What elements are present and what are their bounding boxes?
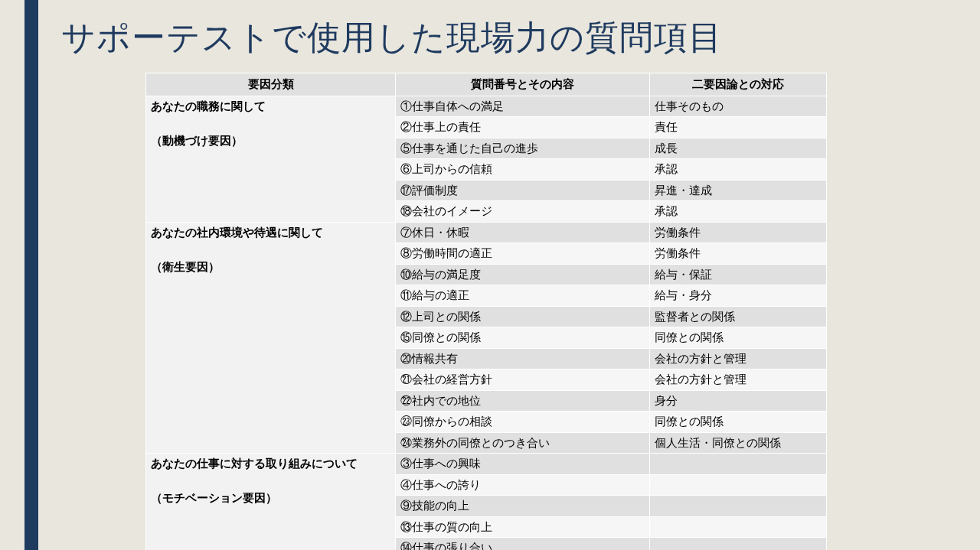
correspondence-cell: 同僚との関係 xyxy=(649,412,826,433)
question-cell: ㉒社内での地位 xyxy=(396,390,649,412)
question-cell: ⑬仕事の質の向上 xyxy=(396,516,649,538)
category-line1: あなたの仕事に対する取り組みについて xyxy=(151,455,390,473)
correspondence-cell xyxy=(649,454,826,475)
correspondence-cell: 承認 xyxy=(649,159,826,181)
question-cell: ㉔業務外の同僚とのつき合い xyxy=(396,432,649,454)
category-line1: あなたの社内環境や待遇に関して xyxy=(151,224,390,242)
table-header-row: 要因分類 質問番号とその内容 二要因論との対応 xyxy=(146,73,827,96)
table-row: あなたの社内環境や待遇に関して （衛生要因）⑦休日・休暇労働条件 xyxy=(146,222,827,243)
question-cell: ①仕事自体への満足 xyxy=(396,96,649,117)
question-cell: ⑫上司との関係 xyxy=(396,306,649,327)
category-spacer xyxy=(151,115,390,132)
correspondence-cell xyxy=(649,516,826,538)
correspondence-cell: 会社の方針と管理 xyxy=(649,348,826,369)
question-cell: ⑥上司からの信頼 xyxy=(396,159,649,181)
correspondence-cell xyxy=(649,538,826,551)
correspondence-cell: 労働条件 xyxy=(649,243,826,265)
correspondence-cell: 給与・保証 xyxy=(649,264,826,285)
question-cell: ㉓同僚からの相談 xyxy=(396,412,649,433)
question-cell: ⑨技能の向上 xyxy=(396,496,649,517)
correspondence-cell: 同僚との関係 xyxy=(649,327,826,349)
category-line2: （衛生要因） xyxy=(151,259,390,276)
table-row: あなたの職務に関して （動機づけ要因）①仕事自体への満足仕事そのもの xyxy=(146,96,827,117)
question-cell: ⑧労働時間の適正 xyxy=(396,243,649,265)
question-cell: ⑮同僚との関係 xyxy=(396,327,649,349)
correspondence-cell: 昇進・達成 xyxy=(649,180,826,201)
question-cell: ④仕事への誇り xyxy=(396,474,649,496)
category-cell: あなたの社内環境や待遇に関して （衛生要因） xyxy=(146,222,396,454)
category-line2: （動機づけ要因） xyxy=(151,132,390,150)
header-category: 要因分類 xyxy=(146,73,396,96)
category-spacer xyxy=(151,241,390,259)
correspondence-cell xyxy=(649,474,826,496)
question-cell: ㉑会社の経営方針 xyxy=(396,369,649,391)
accent-bar xyxy=(24,0,38,550)
correspondence-cell: 成長 xyxy=(649,138,826,159)
table-container: 要因分類 質問番号とその内容 二要因論との対応 あなたの職務に関して （動機づけ… xyxy=(145,73,827,550)
correspondence-cell: 承認 xyxy=(649,201,826,223)
correspondence-cell: 労働条件 xyxy=(649,222,826,243)
correspondence-cell: 身分 xyxy=(649,390,826,412)
question-cell: ⑦休日・休暇 xyxy=(396,222,649,243)
factors-table: 要因分類 質問番号とその内容 二要因論との対応 あなたの職務に関して （動機づけ… xyxy=(145,73,827,550)
header-correspondence: 二要因論との対応 xyxy=(649,73,826,96)
question-cell: ⑰評価制度 xyxy=(396,180,649,201)
question-cell: ⑤仕事を通じた自己の進歩 xyxy=(396,138,649,159)
correspondence-cell: 仕事そのもの xyxy=(649,96,826,117)
table-row: あなたの仕事に対する取り組みについて （モチベーション要因）③仕事への興味 xyxy=(146,454,827,475)
correspondence-cell xyxy=(649,496,826,517)
page-title: サポーテストで使用した現場力の質問項目 xyxy=(61,15,723,60)
category-cell: あなたの仕事に対する取り組みについて （モチベーション要因） xyxy=(146,454,396,551)
correspondence-cell: 給与・身分 xyxy=(649,285,826,307)
category-spacer xyxy=(151,473,390,490)
correspondence-cell: 監督者との関係 xyxy=(649,306,826,327)
question-cell: ⑱会社のイメージ xyxy=(396,201,649,223)
correspondence-cell: 個人生活・同僚との関係 xyxy=(649,432,826,454)
question-cell: ⑳情報共有 xyxy=(396,348,649,369)
question-cell: ⑩給与の満足度 xyxy=(396,264,649,285)
question-cell: ②仕事上の責任 xyxy=(396,117,649,138)
question-cell: ③仕事への興味 xyxy=(396,454,649,475)
question-cell: ⑭仕事の張り合い xyxy=(396,538,649,551)
category-line2: （モチベーション要因） xyxy=(151,490,390,507)
header-question: 質問番号とその内容 xyxy=(396,73,649,96)
correspondence-cell: 責任 xyxy=(649,117,826,138)
correspondence-cell: 会社の方針と管理 xyxy=(649,369,826,391)
category-line1: あなたの職務に関して xyxy=(151,98,390,116)
question-cell: ⑪給与の適正 xyxy=(396,285,649,307)
category-cell: あなたの職務に関して （動機づけ要因） xyxy=(146,96,396,222)
